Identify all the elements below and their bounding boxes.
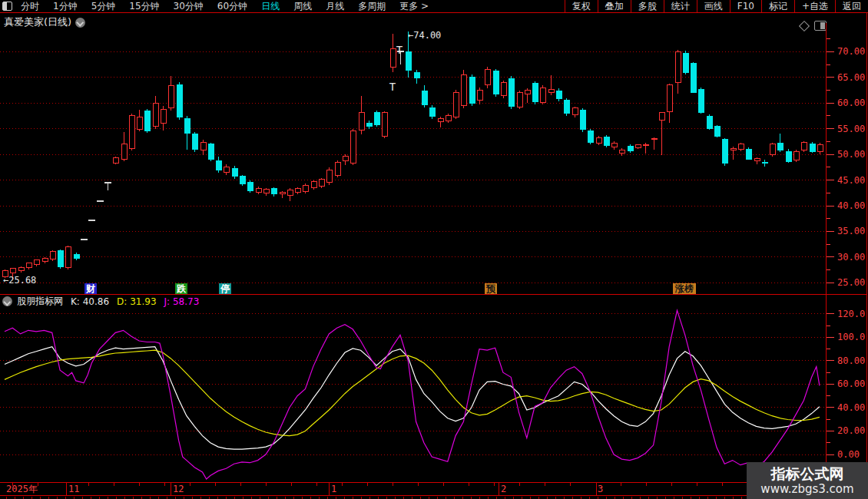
- stock-chart-app: 分时1分钟5分钟15分钟30分钟60分钟日线周线月线多周期更多 > 复权叠加多股…: [0, 0, 868, 499]
- kdj-axis-label: 40.00: [837, 402, 865, 413]
- kdj-axis-label: 100.0: [837, 332, 865, 342]
- price-axis-label: 50.00: [837, 149, 865, 160]
- kdj-line-j: [5, 310, 820, 479]
- indicator-header: 股朋指标网 K: 40.86 D: 31.93 J: 58.73: [2, 295, 199, 308]
- kdj-d-value: D: 31.93: [117, 296, 156, 307]
- watermark-title: 指标公式网: [771, 465, 844, 482]
- t-mark-annotation: T: [396, 44, 403, 56]
- watermark: 指标公式网 www.zbgs3.com: [747, 462, 868, 499]
- price-axis-label: 65.00: [837, 72, 865, 83]
- date-axis-label: 3: [598, 484, 603, 494]
- event-badge-4[interactable]: 涨榜: [673, 283, 696, 294]
- kdj-j-value: J: 58.73: [164, 296, 200, 307]
- price-axis-label: 30.00: [837, 252, 865, 263]
- price-axis-label: 35.00: [837, 226, 865, 236]
- date-axis-label: 12: [173, 484, 184, 494]
- t-mark-annotation: T: [389, 81, 396, 93]
- kdj-axis-label: 60.00: [837, 378, 865, 389]
- date-axis-label: 11: [68, 484, 79, 494]
- price-axis-label: 60.00: [837, 97, 865, 108]
- kdj-axis-label: 120.0: [837, 309, 865, 319]
- event-badge-3[interactable]: 预: [485, 283, 497, 294]
- kdj-k-value: K: 40.86: [71, 296, 109, 307]
- kdj-line-k: [5, 347, 820, 449]
- price-axis-label: 55.00: [837, 124, 865, 134]
- low-price-annotation: ←25.68: [3, 275, 36, 286]
- price-axis-label: 45.00: [837, 175, 865, 186]
- event-badge-1[interactable]: 跌: [175, 283, 187, 294]
- date-axis-label: 1: [331, 484, 336, 494]
- kdj-axis-label: 20.00: [837, 425, 865, 436]
- event-badge-2[interactable]: 停: [219, 283, 231, 294]
- indicator-name[interactable]: 股朋指标网: [17, 295, 63, 308]
- price-axis-label: 25.00: [837, 277, 865, 288]
- high-price-annotation: ←74.00: [408, 30, 441, 41]
- event-badge-0[interactable]: 财: [84, 283, 97, 294]
- chart-canvas[interactable]: 70.0065.0060.0055.0050.0045.0040.0035.00…: [0, 0, 868, 499]
- kdj-axis-label: 80.00: [837, 355, 865, 366]
- kdj-axis-label: 0.00: [837, 449, 860, 460]
- watermark-url: www.zbgs3.com: [760, 482, 853, 496]
- date-axis-label: 2025年: [6, 484, 38, 494]
- price-axis-label: 70.00: [837, 46, 865, 57]
- price-axis-label: 40.00: [837, 200, 865, 211]
- date-axis-label: 2: [501, 484, 506, 494]
- indicator-collapse-icon[interactable]: [2, 296, 12, 306]
